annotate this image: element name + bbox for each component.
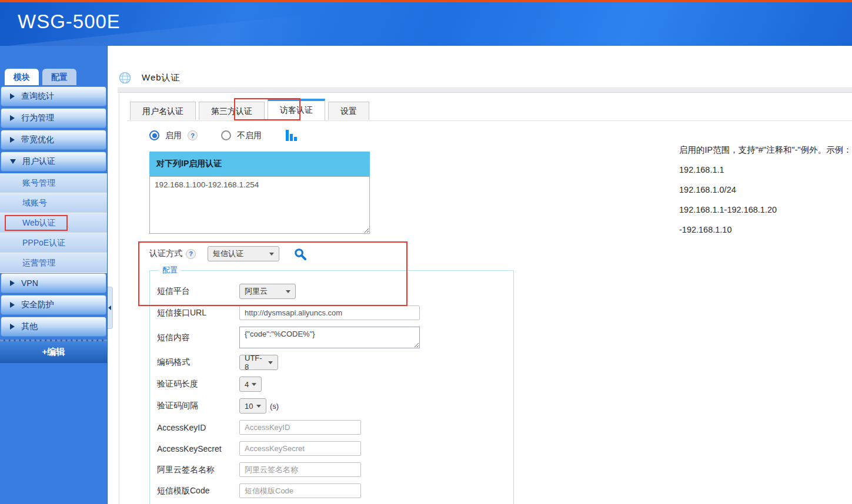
sidebar-group-user-auth[interactable]: 用户认证 — [1, 152, 106, 172]
sidebar-tab-modules[interactable]: 模块 — [5, 69, 39, 85]
auth-method-row: 认证方式 ? 短信认证 — [149, 246, 307, 261]
sidebar-item-label: 运营管理 — [22, 258, 55, 268]
help-line: -192.168.1.10 — [679, 224, 852, 236]
sidebar-item-label: PPPoE认证 — [22, 238, 65, 248]
ip-range-header: 对下列IP启用认证 — [149, 152, 370, 176]
sidebar-sub-operation-mgmt[interactable]: 运营管理 — [0, 253, 107, 273]
sidebar-menu: 查询统计 行为管理 带宽优化 用户认证 账号管理 域账 — [0, 85, 107, 363]
chevron-right-icon — [10, 137, 15, 143]
sidebar-sub-pppoe-auth[interactable]: PPPoE认证 — [0, 233, 107, 253]
accesskey-secret-input[interactable] — [239, 441, 361, 456]
help-question-icon[interactable]: ? — [188, 130, 198, 140]
enable-radio-row: 启用 ? 不启用 — [149, 129, 298, 142]
sidebar-item-label: VPN — [21, 278, 38, 288]
sms-platform-select[interactable]: 阿里云 — [239, 284, 296, 299]
statistics-bars-icon[interactable] — [285, 129, 298, 142]
chevron-right-icon — [10, 324, 15, 330]
form-row-code-length: 验证码长度 4 — [157, 377, 513, 392]
auth-method-label: 认证方式 — [149, 248, 182, 259]
sidebar-item-label: 查询统计 — [21, 91, 54, 102]
sidebar-tab-config[interactable]: 配置 — [42, 69, 76, 85]
encoding-select[interactable]: UTF-8 — [239, 355, 278, 370]
chevron-down-icon — [269, 253, 274, 256]
help-question-icon[interactable]: ? — [186, 249, 196, 259]
sidebar-item-label: 带宽优化 — [21, 135, 54, 145]
sidebar-item-label: 其他 — [21, 321, 38, 332]
enable-radio-label: 启用 — [165, 130, 182, 141]
enable-radio[interactable] — [149, 130, 159, 140]
sms-url-input[interactable] — [239, 305, 420, 320]
code-length-select[interactable]: 4 — [239, 377, 262, 392]
ip-range-help: 启用的IP范围，支持"#"注释和"-"例外。示例： 192.168.1.1 19… — [679, 144, 852, 244]
sidebar-edit-button[interactable]: +编辑 — [0, 340, 107, 363]
form-row-signature-name: 阿里云签名名称 — [157, 462, 513, 477]
sidebar-sub-web-auth[interactable]: Web认证 — [0, 213, 107, 233]
interval-unit-label: (s) — [270, 402, 279, 411]
help-line: 192.168.1.0/24 — [679, 184, 852, 196]
tab-third-party-auth[interactable]: 第三方认证 — [199, 102, 265, 120]
app-window: WSG-500E 模块 配置 查询统计 行为管理 带宽优化 — [0, 0, 852, 504]
sidebar-group-bandwidth[interactable]: 带宽优化 — [1, 130, 106, 150]
sidebar-sub-account-mgmt[interactable]: 账号管理 — [0, 173, 107, 193]
chevron-right-icon — [10, 302, 15, 308]
config-fieldset: 配置 短信平台 阿里云 短信接口URL 短信内容 { — [149, 265, 514, 504]
main-area: Web认证 用户名认证 第三方认证 访客认证 设置 启用 ? — [108, 46, 852, 504]
sidebar-item-label: 域账号 — [22, 198, 47, 209]
app-title: WSG-500E — [0, 2, 852, 33]
sidebar-group-behavior-mgmt[interactable]: 行为管理 — [1, 108, 106, 128]
content-panel: 用户名认证 第三方认证 访客认证 设置 启用 ? 不启用 — [119, 93, 852, 504]
sidebar: 模块 配置 查询统计 行为管理 带宽优化 用户认证 — [0, 46, 108, 504]
sms-template-code-input[interactable] — [239, 483, 361, 498]
form-row-sms-content: 短信内容 {"code":"%CODE%"} — [157, 327, 513, 348]
sms-content-textarea[interactable]: {"code":"%CODE%"} — [239, 327, 420, 348]
chevron-down-icon — [10, 159, 16, 164]
app-header: WSG-500E — [0, 2, 852, 46]
chevron-right-icon — [10, 280, 15, 286]
chevron-down-icon — [252, 383, 256, 386]
disable-radio[interactable] — [221, 130, 231, 140]
sidebar-item-label: 用户认证 — [22, 156, 55, 167]
globe-icon — [119, 72, 131, 84]
sidebar-collapse-handle[interactable] — [108, 287, 113, 329]
form-row-sms-platform: 短信平台 阿里云 — [157, 284, 513, 299]
sidebar-group-other[interactable]: 其他 — [1, 317, 106, 337]
chevron-down-icon — [268, 361, 273, 364]
sidebar-group-security[interactable]: 安全防护 — [1, 295, 106, 315]
chevron-right-icon — [10, 115, 15, 121]
config-legend: 配置 — [159, 265, 181, 275]
page-title-row: Web认证 — [119, 72, 181, 84]
sidebar-sub-domain-account[interactable]: 域账号 — [0, 193, 107, 213]
tab-username-auth[interactable]: 用户名认证 — [130, 102, 196, 120]
page-title: Web认证 — [142, 72, 181, 83]
sidebar-item-label: 账号管理 — [22, 178, 55, 189]
tabstrip-border — [127, 120, 852, 121]
form-row-accesskey-secret: AccessKeySecret — [157, 441, 513, 456]
form-row-template-code: 短信模版Code — [157, 483, 513, 498]
tab-settings[interactable]: 设置 — [328, 102, 369, 120]
chevron-down-icon — [256, 405, 261, 408]
aliyun-signature-input[interactable] — [239, 462, 361, 477]
chevron-right-icon — [10, 93, 15, 99]
search-icon[interactable] — [293, 247, 307, 261]
form-row-encoding: 编码格式 UTF-8 — [157, 355, 513, 370]
code-interval-select[interactable]: 10 — [239, 398, 266, 414]
sidebar-item-label: 安全防护 — [21, 300, 54, 310]
form-row-sms-url: 短信接口URL — [157, 305, 513, 320]
tab-bar: 用户名认证 第三方认证 访客认证 设置 — [130, 99, 369, 120]
tab-guest-auth[interactable]: 访客认证 — [268, 99, 325, 120]
sidebar-tabs: 模块 配置 — [0, 46, 107, 85]
ip-range-textarea[interactable]: 192.168.1.100-192.168.1.254 — [149, 176, 370, 234]
help-line: 192.168.1.1-192.168.1.20 — [679, 204, 852, 216]
sidebar-group-query-stats[interactable]: 查询统计 — [1, 86, 106, 106]
help-line: 启用的IP范围，支持"#"注释和"-"例外。示例： — [679, 144, 852, 156]
disable-radio-label: 不启用 — [237, 130, 262, 141]
help-line: 192.168.1.1 — [679, 164, 852, 176]
panel-top-band — [118, 87, 852, 93]
chevron-down-icon — [286, 290, 290, 293]
form-row-accesskey-id: AccessKeyID — [157, 420, 513, 435]
sidebar-item-label: 行为管理 — [21, 113, 54, 123]
auth-method-select[interactable]: 短信认证 — [208, 246, 279, 261]
sidebar-group-vpn[interactable]: VPN — [1, 273, 106, 293]
form-row-code-interval: 验证码间隔 10 (s) — [157, 398, 513, 414]
accesskey-id-input[interactable] — [239, 420, 361, 435]
